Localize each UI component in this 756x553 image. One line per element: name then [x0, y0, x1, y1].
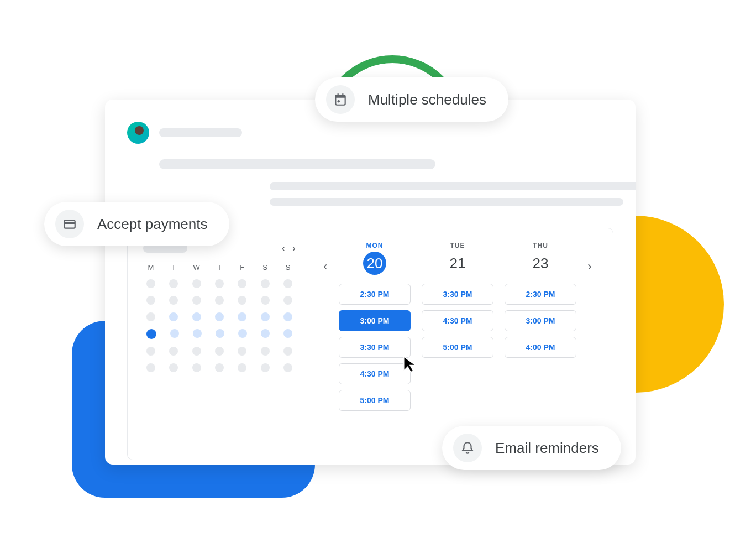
- calendar-day-dot[interactable]: [284, 329, 292, 338]
- calendar-day-dot[interactable]: [169, 363, 178, 372]
- dow-label: M: [143, 263, 159, 272]
- calendar-day-dot[interactable]: [169, 279, 178, 288]
- calendar-day-dot[interactable]: [192, 296, 201, 305]
- calendar-day-dot[interactable]: [284, 312, 292, 321]
- calendar-day-dot[interactable]: [261, 279, 270, 288]
- calendar-day-dot[interactable]: [238, 363, 246, 372]
- prev-month-button[interactable]: ‹: [282, 242, 286, 254]
- feature-pill-reminders: Email reminders: [442, 426, 621, 470]
- dow-label: T: [166, 263, 181, 272]
- calendar-day-dot[interactable]: [193, 329, 202, 338]
- day-column: TUE213:30 PM4:30 PM5:00 PM: [422, 242, 494, 416]
- dow-label: W: [189, 263, 204, 272]
- time-slot[interactable]: 4:30 PM: [422, 310, 494, 331]
- time-slot[interactable]: 4:30 PM: [339, 363, 411, 384]
- pill-label: Accept payments: [97, 216, 207, 233]
- calendar-day-dot[interactable]: [261, 347, 270, 356]
- feature-pill-schedules: Multiple schedules: [315, 77, 508, 122]
- svg-rect-3: [342, 93, 343, 96]
- calendar-day-dot[interactable]: [284, 347, 292, 356]
- svg-rect-5: [64, 221, 75, 228]
- feature-pill-payments: Accept payments: [44, 202, 229, 246]
- calendar-day-dot[interactable]: [238, 347, 246, 356]
- pill-label: Email reminders: [495, 440, 599, 457]
- calendar-day-dot[interactable]: [215, 312, 224, 321]
- day-column: MON202:30 PM3:00 PM3:30 PM4:30 PM5:00 PM: [339, 242, 411, 416]
- time-slot[interactable]: 3:30 PM: [422, 284, 494, 305]
- day-column: THU232:30 PM3:00 PM4:00 PM: [505, 242, 576, 416]
- calendar-day-dot[interactable]: [192, 279, 201, 288]
- calendar-day-dot[interactable]: [169, 312, 178, 321]
- calendar-day-dot[interactable]: [192, 347, 201, 356]
- calendar-day-dot[interactable]: [284, 296, 292, 305]
- pill-label: Multiple schedules: [368, 91, 486, 108]
- day-label: TUE: [450, 242, 465, 249]
- calendar-day-dot[interactable]: [216, 329, 224, 338]
- calendar-day-dot[interactable]: [215, 296, 224, 305]
- calendar-day-dot[interactable]: [169, 347, 178, 356]
- calendar-day-dot[interactable]: [146, 296, 155, 305]
- calendar-day-dot[interactable]: [170, 329, 179, 338]
- calendar-day-dot[interactable]: [284, 363, 292, 372]
- day-label: THU: [533, 242, 548, 249]
- svg-point-4: [338, 100, 340, 102]
- time-slot[interactable]: 3:00 PM: [339, 310, 411, 331]
- calendar-day-dot[interactable]: [215, 363, 224, 372]
- cursor-icon: [402, 355, 418, 376]
- prev-days-button[interactable]: ‹: [318, 253, 333, 280]
- time-slot[interactable]: 5:00 PM: [339, 390, 411, 411]
- calendar-day-dot[interactable]: [238, 329, 247, 338]
- day-label: MON: [366, 242, 384, 249]
- calendar-day-dot[interactable]: [261, 363, 270, 372]
- bell-icon: [453, 434, 482, 462]
- calendar-day-dot[interactable]: [146, 279, 155, 288]
- calendar-day-dot[interactable]: [146, 312, 155, 321]
- time-slot[interactable]: 4:00 PM: [505, 337, 576, 358]
- appointment-card: ‹ › MTWTFSS ‹ MON202:30 PM3:00 PM3:30 PM…: [105, 100, 636, 465]
- calendar-day-dot[interactable]: [284, 279, 292, 288]
- placeholder-line: [270, 198, 623, 206]
- day-number[interactable]: 21: [446, 252, 469, 275]
- time-slot[interactable]: 2:30 PM: [339, 284, 411, 305]
- svg-rect-6: [64, 222, 75, 224]
- placeholder-name: [159, 128, 242, 137]
- dow-label: S: [258, 263, 273, 272]
- calendar-day-dot[interactable]: [238, 279, 246, 288]
- calendar-day-dot[interactable]: [146, 347, 155, 356]
- calendar-day-dot[interactable]: [192, 363, 201, 372]
- time-slot[interactable]: 5:00 PM: [422, 337, 494, 358]
- calendar-day-dot[interactable]: [261, 312, 270, 321]
- placeholder-line: [270, 182, 636, 190]
- time-slot[interactable]: 3:00 PM: [505, 310, 576, 331]
- credit-card-icon: [55, 210, 84, 238]
- dow-label: S: [280, 263, 296, 272]
- avatar: [127, 122, 149, 144]
- calendar-day-dot[interactable]: [215, 347, 224, 356]
- calendar-icon: [326, 85, 355, 114]
- calendar-day-dot[interactable]: [238, 296, 246, 305]
- calendar-day-dot[interactable]: [215, 279, 224, 288]
- placeholder-title: [159, 159, 435, 169]
- time-slot[interactable]: 2:30 PM: [505, 284, 576, 305]
- calendar-day-dot[interactable]: [261, 329, 270, 338]
- calendar-day-dot[interactable]: [192, 312, 201, 321]
- next-month-button[interactable]: ›: [292, 242, 296, 254]
- calendar-day-dot[interactable]: [169, 296, 178, 305]
- mini-calendar: ‹ › MTWTFSS: [143, 242, 296, 460]
- svg-rect-1: [335, 95, 345, 97]
- calendar-day-dot[interactable]: [146, 363, 155, 372]
- calendar-day-dot[interactable]: [146, 329, 156, 339]
- day-number[interactable]: 20: [363, 252, 386, 275]
- day-number[interactable]: 23: [529, 252, 552, 275]
- dow-label: T: [212, 263, 227, 272]
- next-days-button[interactable]: ›: [582, 253, 597, 280]
- calendar-day-dot[interactable]: [261, 296, 270, 305]
- calendar-day-dot[interactable]: [238, 312, 246, 321]
- dow-label: F: [234, 263, 250, 272]
- svg-rect-2: [338, 93, 339, 96]
- time-slot[interactable]: 3:30 PM: [339, 337, 411, 358]
